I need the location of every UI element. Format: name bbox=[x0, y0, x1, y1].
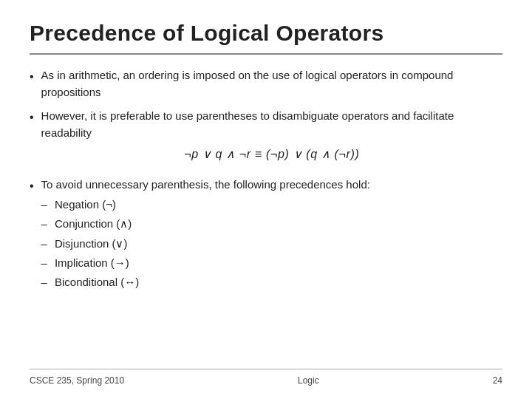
bullet-3-content: To avoid unnecessary parenthesis, the fo… bbox=[41, 176, 370, 293]
bullet-3: • To avoid unnecessary parenthesis, the … bbox=[30, 176, 502, 293]
title-divider bbox=[30, 53, 502, 55]
dash-2: – bbox=[41, 215, 47, 232]
precedence-item-biconditional: – Biconditional (↔) bbox=[41, 273, 370, 290]
bullet-dot-3: • bbox=[30, 177, 34, 196]
dash-4: – bbox=[41, 254, 47, 271]
bullet-2: • However, it is preferable to use paren… bbox=[30, 107, 502, 170]
slide-title: Precedence of Logical Operators bbox=[30, 21, 502, 46]
main-bullet-list: • As in arithmetic, an ordering is impos… bbox=[30, 66, 502, 293]
footer-right: 24 bbox=[493, 375, 502, 386]
dash-3: – bbox=[41, 235, 47, 252]
slide-footer: CSCE 235, Spring 2010 Logic 24 bbox=[30, 369, 502, 386]
bullet-dot-1: • bbox=[30, 68, 34, 86]
conjunction-label: Conjunction (∧) bbox=[55, 215, 132, 232]
bullet-3-text: To avoid unnecessary parenthesis, the fo… bbox=[41, 178, 370, 191]
formula-display: ¬p ∨ q ∧ ¬r ≡ (¬p) ∨ (q ∧ (¬r)) bbox=[41, 146, 502, 164]
dash-1: – bbox=[41, 196, 47, 213]
disjunction-label: Disjunction (∨) bbox=[55, 235, 128, 252]
slide-content: • As in arithmetic, an ordering is impos… bbox=[30, 66, 502, 366]
slide: Precedence of Logical Operators • As in … bbox=[0, 0, 532, 399]
precedence-item-implication: – Implication (→) bbox=[41, 254, 370, 271]
footer-center: Logic bbox=[298, 375, 319, 386]
bullet-dot-2: • bbox=[30, 109, 34, 127]
precedence-item-conjunction: – Conjunction (∧) bbox=[41, 215, 370, 232]
dash-5: – bbox=[41, 273, 47, 290]
implication-label: Implication (→) bbox=[55, 254, 129, 271]
precedence-item-disjunction: – Disjunction (∨) bbox=[41, 235, 370, 252]
bullet-2-text: However, it is preferable to use parenth… bbox=[41, 109, 454, 139]
precedence-item-negation: – Negation (¬) bbox=[41, 196, 370, 213]
biconditional-label: Biconditional (↔) bbox=[55, 273, 139, 290]
negation-label: Negation (¬) bbox=[55, 196, 116, 213]
footer-left: CSCE 235, Spring 2010 bbox=[30, 375, 124, 386]
bullet-1-text: As in arithmetic, an ordering is imposed… bbox=[41, 66, 502, 101]
precedence-list: – Negation (¬) – Conjunction (∧) – Disju… bbox=[41, 196, 370, 290]
bullet-1: • As in arithmetic, an ordering is impos… bbox=[30, 66, 502, 101]
bullet-2-content: However, it is preferable to use parenth… bbox=[41, 107, 502, 170]
